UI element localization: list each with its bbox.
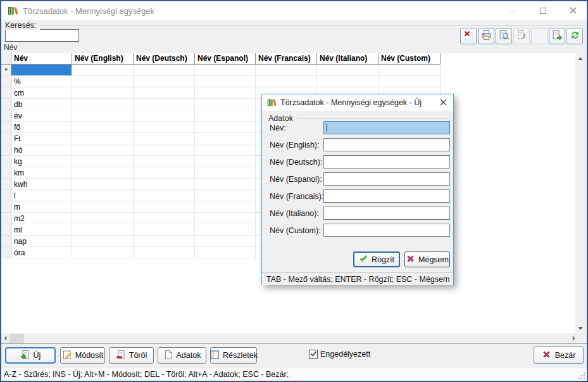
scroll-left-arrow[interactable]: ‹ [1,333,10,343]
grid-cell[interactable] [195,167,256,179]
scroll-right-arrow[interactable]: › [569,333,578,343]
grid-cell[interactable]: db [11,99,72,110]
grid-cell[interactable] [134,201,195,213]
refresh-button[interactable] [566,28,583,44]
grid-cell[interactable] [72,133,134,144]
enabled-checkbox-wrap[interactable]: Engedélyezett [309,350,370,359]
grid-cell[interactable] [11,65,72,76]
grid-cell[interactable] [195,190,256,201]
grid-cell[interactable] [72,122,134,133]
grid-cell[interactable] [72,167,134,179]
dialog-close-button[interactable] [433,94,453,111]
grid-cell[interactable] [72,144,134,156]
nev-custom-field[interactable] [323,224,450,237]
clear-filter-button[interactable] [460,28,477,44]
grid-cell[interactable]: nap [11,236,72,247]
grid-cell[interactable] [134,122,195,133]
grid-cell[interactable] [195,236,256,247]
save-button[interactable]: Rögzít [353,251,400,267]
minimize-button[interactable] [499,1,527,20]
grid-cell[interactable] [72,247,134,258]
column-header[interactable]: Név (Espanol) [195,53,256,65]
grid-cell[interactable] [72,87,134,99]
grid-cell[interactable] [134,179,195,190]
grid-cell[interactable] [72,179,134,190]
table-row[interactable]: * [1,65,575,76]
grid-cell[interactable] [195,144,256,156]
scroll-down-arrow[interactable] [575,323,585,333]
grid-cell[interactable] [72,99,134,110]
grid-cell[interactable] [378,65,441,76]
grid-cell[interactable] [72,213,134,224]
grid-cell[interactable] [195,201,256,213]
grid-cell[interactable]: m [11,201,72,213]
print-preview-button[interactable] [496,28,512,44]
grid-cell[interactable]: cm [11,87,72,99]
window-close-button[interactable] [560,1,586,20]
modify-button[interactable]: Módosít [60,347,105,364]
grid-cell[interactable] [195,179,256,190]
grid-cell[interactable] [195,110,256,122]
grid-cell[interactable] [72,76,134,87]
grid-cell[interactable] [134,99,195,110]
grid-cell[interactable] [195,122,256,133]
bezar-close-button[interactable]: Bezár [534,347,584,364]
grid-cell[interactable] [72,156,134,167]
grid-cell[interactable] [195,87,256,99]
column-header[interactable]: Név (Italiano) [317,53,378,65]
table-row[interactable]: % [1,76,575,87]
horizontal-scrollbar[interactable]: ‹ › [1,333,585,343]
grid-cell[interactable]: l [11,190,72,201]
maximize-button[interactable] [529,1,557,20]
grid-cell[interactable] [72,224,134,236]
delete-button[interactable]: Töröl [109,347,154,364]
search-input[interactable] [5,29,79,42]
nev-italiano-field[interactable] [323,207,450,220]
new-button[interactable]: Új [5,347,56,364]
grid-cell[interactable]: fő [11,122,72,133]
column-header[interactable]: Név (Deutsch) [134,53,195,65]
horizontal-scroll-thumb[interactable] [9,334,24,343]
grid-cell[interactable] [72,110,134,122]
column-header[interactable]: Név (English) [72,53,134,65]
grid-cell[interactable] [134,144,195,156]
export-button[interactable] [549,28,565,44]
grid-cell[interactable] [72,190,134,201]
grid-cell[interactable] [134,236,195,247]
grid-cell[interactable]: év [11,110,72,122]
nev-deutsch-field[interactable] [323,155,450,169]
details-button[interactable]: Részletek [210,347,257,364]
grid-cell[interactable] [195,213,256,224]
grid-cell[interactable] [378,76,441,87]
grid-cell[interactable] [134,167,195,179]
grid-cell[interactable]: hó [11,144,72,156]
grid-cell[interactable] [195,224,256,236]
vertical-scrollbar[interactable] [575,53,585,333]
grid-cell[interactable] [134,65,195,76]
data-button[interactable]: Adatok [158,347,206,364]
grid-cell[interactable] [317,65,378,76]
grid-cell[interactable] [134,213,195,224]
grid-cell[interactable] [195,76,256,87]
grid-cell[interactable] [134,190,195,201]
resize-grip-icon[interactable] [579,372,585,379]
grid-cell[interactable]: kg [11,156,72,167]
column-header[interactable]: Név [11,53,72,65]
grid-cell[interactable] [72,201,134,213]
scroll-up-arrow[interactable] [575,53,585,63]
grid-cell[interactable]: ml [11,224,72,236]
grid-cell[interactable] [134,247,195,258]
grid-cell[interactable] [195,247,256,258]
grid-cell[interactable] [72,65,134,76]
nev-francais-field[interactable] [323,189,450,203]
column-header[interactable]: Név (Francais) [256,53,317,65]
grid-cell[interactable] [134,224,195,236]
grid-cell[interactable] [134,76,195,87]
grid-cell[interactable] [195,133,256,144]
grid-cell[interactable] [195,156,256,167]
nev-espanol-field[interactable] [323,172,450,186]
grid-cell[interactable] [134,156,195,167]
grid-cell[interactable] [195,65,256,76]
grid-cell[interactable] [195,99,256,110]
grid-cell[interactable]: % [11,76,72,87]
